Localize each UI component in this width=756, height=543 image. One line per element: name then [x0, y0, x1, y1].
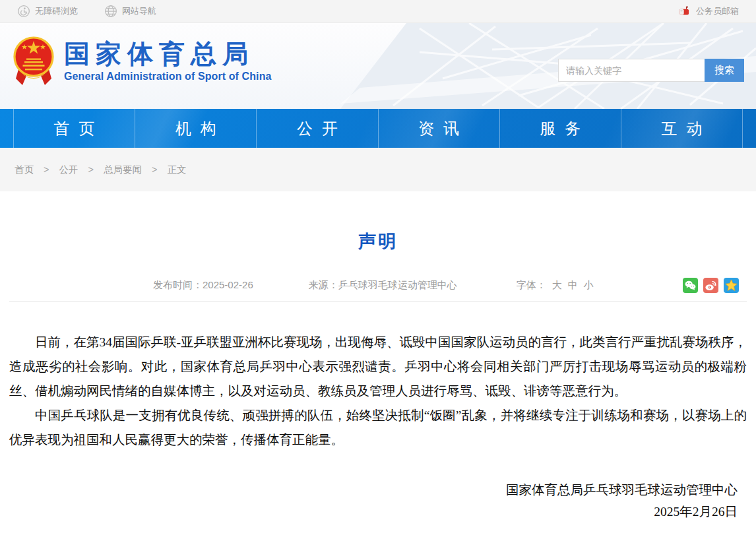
publish-date: 发布时间：2025-02-26	[153, 279, 253, 292]
national-emblem-icon	[13, 35, 54, 86]
site-header: 国家体育总局 General Administration of Sport o…	[0, 23, 756, 109]
nav-item-services[interactable]: 服务	[499, 109, 621, 148]
qzone-icon[interactable]	[724, 278, 739, 293]
weibo-icon[interactable]	[703, 278, 718, 293]
share-buttons	[683, 278, 739, 293]
mailbox-icon	[677, 5, 691, 18]
accessibility-link[interactable]: 无障碍浏览	[17, 5, 78, 18]
nav-item-organization[interactable]: 机构	[135, 109, 256, 148]
site-navigation-link[interactable]: 网站导航	[104, 5, 156, 18]
top-utility-bar: 无障碍浏览 网站导航 公务员邮箱	[0, 0, 756, 23]
article-title: 声明	[0, 191, 756, 253]
site-logo[interactable]: 国家体育总局 General Administration of Sport o…	[13, 35, 272, 86]
nav-item-disclosure[interactable]: 公开	[256, 109, 377, 148]
site-title-block: 国家体育总局 General Administration of Sport o…	[64, 40, 272, 82]
search-input[interactable]	[558, 59, 705, 82]
breadcrumb-current: 正文	[167, 164, 186, 176]
font-size-large[interactable]: 大	[552, 279, 562, 292]
civil-servant-mailbox-link[interactable]: 公务员邮箱	[677, 5, 739, 18]
nav-item-interaction[interactable]: 互动	[621, 109, 743, 148]
main-navigation: 首页 机构 公开 资讯 服务 互动	[0, 109, 756, 148]
nav-item-home[interactable]: 首页	[13, 109, 135, 148]
site-title: 国家体育总局	[64, 40, 272, 69]
accessibility-label: 无障碍浏览	[35, 5, 78, 17]
signature-organization: 国家体育总局乒乓球羽毛球运动管理中心	[0, 484, 738, 497]
article-paragraph: 日前，在第34届国际乒联-亚乒联盟亚洲杯比赛现场，出现侮辱、诋毁中国国家队运动员…	[9, 330, 747, 403]
breadcrumb-separator: >	[152, 164, 157, 175]
signature-date: 2025年2月26日	[0, 505, 738, 519]
search-box: 搜索	[558, 59, 744, 82]
breadcrumb-separator: >	[88, 164, 93, 175]
search-button[interactable]: 搜索	[705, 59, 744, 82]
breadcrumb-disclosure[interactable]: 公开	[59, 164, 78, 176]
mailbox-label: 公务员邮箱	[696, 5, 739, 17]
accessibility-icon	[17, 5, 30, 18]
font-size-control: 字体： 大 中 小	[517, 279, 594, 292]
article-body: 日前，在第34届国际乒联-亚乒联盟亚洲杯比赛现场，出现侮辱、诋毁中国国家队运动员…	[0, 302, 756, 452]
site-navigation-label: 网站导航	[122, 5, 156, 17]
breadcrumb-headlines[interactable]: 总局要闻	[104, 164, 142, 176]
font-size-medium[interactable]: 中	[568, 279, 578, 292]
article-container: 声明 发布时间：2025-02-26 来源：乒乓球羽毛球运动管理中心 字体： 大…	[0, 191, 756, 519]
nav-item-news[interactable]: 资讯	[378, 109, 499, 148]
breadcrumb: 首页 > 公开 > 总局要闻 > 正文	[0, 148, 756, 191]
breadcrumb-separator: >	[44, 164, 49, 175]
article-source: 来源：乒乓球羽毛球运动管理中心	[309, 279, 457, 292]
article-signature: 国家体育总局乒乓球羽毛球运动管理中心 2025年2月26日	[0, 484, 756, 519]
font-size-label: 字体：	[517, 279, 546, 292]
breadcrumb-home[interactable]: 首页	[15, 164, 34, 176]
globe-icon	[104, 5, 117, 18]
article-paragraph: 中国乒乓球队是一支拥有优良传统、顽强拼搏的队伍，始终坚决抵制“饭圈”乱象，并将继…	[9, 403, 747, 452]
site-subtitle: General Administration of Sport of China	[64, 71, 272, 82]
wechat-icon[interactable]	[683, 278, 698, 293]
article-meta-row: 发布时间：2025-02-26 来源：乒乓球羽毛球运动管理中心 字体： 大 中 …	[0, 276, 756, 294]
font-size-small[interactable]: 小	[584, 279, 594, 292]
